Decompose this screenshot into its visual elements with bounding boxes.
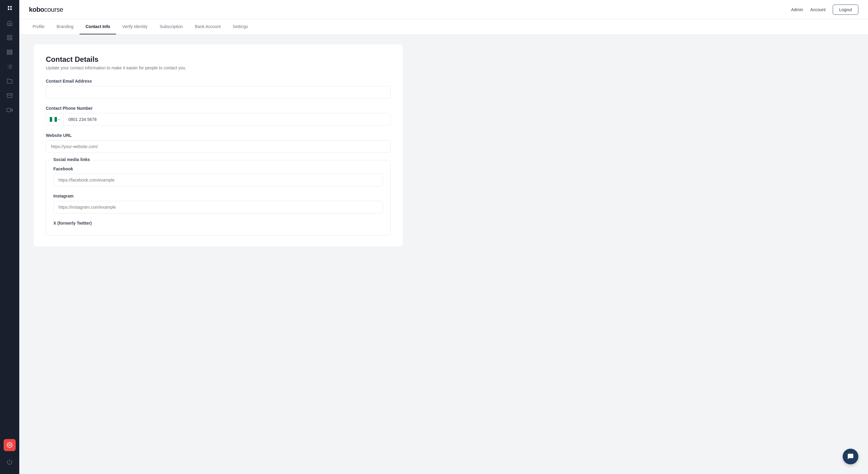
facebook-label: Facebook — [53, 167, 383, 171]
country-selector[interactable]: ▾ — [46, 113, 64, 125]
bookmark-icon[interactable] — [4, 32, 16, 44]
nigeria-flag — [50, 117, 57, 122]
logout-button[interactable]: Logout — [833, 4, 858, 15]
page-content: Contact Details Update your contact info… — [19, 35, 417, 256]
twitter-field-group: X (formerly Twitter) — [53, 221, 383, 226]
tab-contact-info[interactable]: Contact Info — [80, 19, 116, 34]
email-field-group: Contact Email Address — [46, 79, 391, 98]
logo-suffix: course — [44, 6, 63, 13]
tab-branding[interactable]: Branding — [51, 19, 80, 34]
tab-profile[interactable]: Profile — [27, 19, 51, 34]
topnav-links: Admin Account Logout — [791, 4, 858, 15]
chevron-down-icon: ▾ — [58, 118, 60, 121]
website-field-group: Website URL — [46, 133, 391, 153]
contact-details-card: Contact Details Update your contact info… — [34, 44, 403, 246]
sidebar — [0, 0, 19, 474]
admin-link[interactable]: Admin — [791, 7, 803, 12]
tab-subscription[interactable]: Subscription — [153, 19, 189, 34]
svg-rect-1 — [10, 36, 12, 37]
instagram-label: Instagram — [53, 194, 383, 199]
mail-icon[interactable] — [4, 90, 16, 101]
svg-rect-0 — [7, 36, 9, 37]
main-container: kobocourse Admin Account Logout Profile … — [19, 0, 868, 474]
phone-input[interactable] — [64, 113, 390, 125]
account-link[interactable]: Account — [810, 7, 826, 12]
logo-brand: kobo — [29, 6, 44, 13]
svg-rect-5 — [7, 52, 12, 53]
email-label: Contact Email Address — [46, 79, 391, 84]
grid-dots-icon — [8, 6, 12, 10]
svg-marker-13 — [10, 109, 12, 111]
instagram-input[interactable] — [53, 201, 383, 213]
twitter-label: X (formerly Twitter) — [53, 221, 383, 226]
social-media-section: Social media links Facebook Instagram X … — [46, 160, 391, 236]
phone-wrapper: ▾ — [46, 113, 391, 126]
topnav: kobocourse Admin Account Logout — [19, 0, 868, 19]
tab-settings[interactable]: Settings — [227, 19, 254, 34]
facebook-input[interactable] — [53, 174, 383, 186]
email-input[interactable] — [46, 86, 391, 98]
svg-point-15 — [9, 444, 10, 446]
svg-rect-6 — [7, 53, 12, 54]
tab-verify-identity[interactable]: Verify Identity — [116, 19, 153, 34]
website-label: Website URL — [46, 133, 391, 138]
phone-field-group: Contact Phone Number ▾ — [46, 106, 391, 126]
tab-bar: Profile Branding Contact Info Verify Ide… — [19, 19, 868, 35]
instagram-field-group: Instagram — [53, 194, 383, 213]
grid-icon[interactable] — [4, 46, 16, 58]
website-input[interactable] — [46, 140, 391, 153]
list-icon[interactable] — [4, 61, 16, 73]
facebook-field-group: Facebook — [53, 167, 383, 186]
settings-icon[interactable] — [4, 439, 16, 451]
svg-rect-14 — [7, 108, 10, 112]
content-area: Profile Branding Contact Info Verify Ide… — [19, 19, 868, 474]
chat-bubble[interactable] — [843, 449, 858, 464]
svg-rect-2 — [7, 38, 9, 40]
social-section-title: Social media links — [51, 157, 92, 162]
folder-icon[interactable] — [4, 75, 16, 87]
phone-label: Contact Phone Number — [46, 106, 391, 111]
logo: kobocourse — [29, 6, 63, 13]
svg-rect-4 — [7, 50, 12, 51]
tab-bank-account[interactable]: Bank Account — [189, 19, 227, 34]
page-title: Contact Details — [46, 55, 391, 64]
home-icon[interactable] — [4, 17, 16, 29]
video-icon[interactable] — [4, 104, 16, 116]
page-subtitle: Update your contact information to make … — [46, 65, 391, 70]
svg-rect-3 — [10, 38, 12, 40]
power-icon[interactable] — [4, 456, 16, 468]
